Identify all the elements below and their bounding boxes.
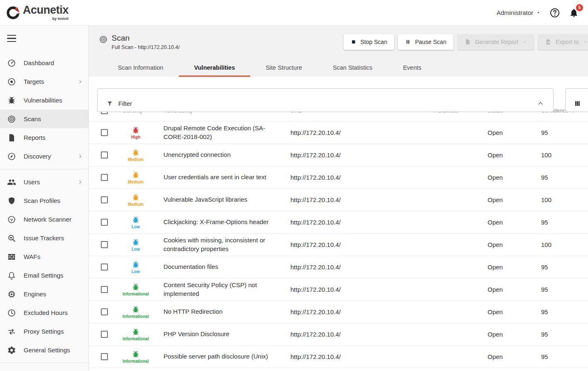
column-settings-button[interactable] <box>565 88 588 112</box>
sidebar-item-network-scanner[interactable]: Network Scanner <box>0 210 88 229</box>
severity-badge: Informational <box>123 283 149 296</box>
vulnerability-url: http://172.20.10.4/ <box>290 241 434 248</box>
vulnerability-url: http://172.20.10.4/ <box>290 286 434 293</box>
tab-vulnerabilities[interactable]: Vulnerabilities <box>179 58 251 77</box>
bug-icon <box>132 261 140 269</box>
vulnerability-name[interactable]: Drupal Remote Code Execution (SA-CORE-20… <box>163 124 290 141</box>
sidebar-item-scan-profiles[interactable]: Scan Profiles <box>0 191 88 210</box>
table-row[interactable]: Informational No HTTP Redirection http:/… <box>89 301 588 323</box>
vulnerability-name[interactable]: User credentials are sent in clear text <box>163 173 290 181</box>
vulnerability-name[interactable]: Possible server path disclosure (Unix) <box>163 352 290 361</box>
sidebar-item-label: Targets <box>24 78 44 85</box>
generate-report-button[interactable]: Generate Report <box>457 34 534 50</box>
table-row[interactable]: Low Documentation files http://172.20.10… <box>89 256 588 278</box>
tab-scan-statistics[interactable]: Scan Statistics <box>317 58 388 77</box>
severity-label: Low <box>132 247 140 251</box>
sidebar-item-targets[interactable]: Targets <box>0 72 88 91</box>
vulnerability-status: Open <box>488 196 541 203</box>
sidebar-item-reports[interactable]: Reports <box>0 128 88 147</box>
user-menu[interactable]: Administrator <box>497 9 541 16</box>
table-row[interactable]: Medium Vulnerable JavaScript libraries h… <box>89 189 588 211</box>
hamburger-menu-icon[interactable] <box>7 35 16 42</box>
vulnerability-status: Open <box>488 331 541 338</box>
severity-label: Informational <box>122 292 149 296</box>
vulnerability-status: Open <box>488 264 541 271</box>
row-checkbox[interactable] <box>101 264 108 271</box>
vulnerability-name[interactable]: Cookies with missing, inconsistent or co… <box>163 236 290 253</box>
sidebar-item-general-settings[interactable]: General Settings <box>0 341 88 359</box>
people-icon <box>7 178 16 187</box>
row-checkbox[interactable] <box>101 151 108 159</box>
sidebar-item-scans[interactable]: Scans <box>0 110 88 128</box>
row-checkbox[interactable] <box>101 286 108 293</box>
row-checkbox[interactable] <box>101 331 108 338</box>
sidebar-item-vulnerabilities[interactable]: Vulnerabilities <box>0 91 88 110</box>
chevron-right-icon <box>78 180 83 185</box>
vulnerability-name[interactable]: Unencrypted connection <box>163 151 290 159</box>
table-row[interactable]: Medium Unencrypted connection http://172… <box>89 144 588 166</box>
severity-label: Informational <box>122 314 149 319</box>
vulnerability-name[interactable]: Vulnerable JavaScript libraries <box>163 195 290 204</box>
sidebar-item-discovery[interactable]: Discovery <box>0 147 88 166</box>
table-row[interactable]: High Drupal Remote Code Execution (SA-CO… <box>89 122 588 144</box>
chevron-up-icon[interactable] <box>537 100 544 107</box>
table-row[interactable]: Informational Content Security Policy (C… <box>89 278 588 301</box>
severity-label: High <box>131 135 140 139</box>
help-icon[interactable] <box>549 7 560 18</box>
vulnerability-name[interactable]: No HTTP Redirection <box>163 308 290 316</box>
sidebar-item-issue-trackers[interactable]: Issue Trackers <box>0 229 88 247</box>
tab-label: Vulnerabilities <box>194 64 235 71</box>
tab-events[interactable]: Events <box>388 58 437 77</box>
sidebar-menu: Dashboard Targets Vulnerabilities Scans … <box>0 54 88 363</box>
row-checkbox[interactable] <box>101 308 108 315</box>
vulnerability-confidence: 95 <box>541 129 588 136</box>
page-title: Scan <box>112 34 180 43</box>
row-checkbox[interactable] <box>101 241 108 248</box>
pause-icon <box>405 39 411 45</box>
row-checkbox[interactable] <box>101 174 108 181</box>
sidebar-item-dashboard[interactable]: Dashboard <box>0 54 88 72</box>
row-checkbox[interactable] <box>101 219 108 226</box>
row-checkbox[interactable] <box>101 129 108 136</box>
stop-scan-button[interactable]: Stop Scan <box>344 34 395 50</box>
sidebar-item-engines[interactable]: Engines <box>0 285 88 303</box>
radar-icon <box>7 115 16 124</box>
scan-subtitle: Full Scan - http://172.20.10.4/ <box>112 44 180 50</box>
notifications-button[interactable]: 5 <box>569 8 579 18</box>
vulnerability-url: http://172.20.10.4/ <box>290 129 434 136</box>
vulnerability-status: Open <box>488 353 541 360</box>
tab-site-structure[interactable]: Site Structure <box>250 58 317 77</box>
export-to-button[interactable]: Export to <box>538 34 588 50</box>
table-row[interactable]: Informational Possible server path discl… <box>89 346 588 368</box>
sidebar-item-label: Scan Profiles <box>24 197 60 204</box>
user-label: Administrator <box>497 9 533 16</box>
sidebar-item-users[interactable]: Users <box>0 173 88 191</box>
vulnerability-name[interactable]: Content Security Policy (CSP) not implem… <box>163 281 290 298</box>
tab-scan-information[interactable]: Scan Information <box>102 58 179 77</box>
vulnerability-status: Open <box>488 308 541 315</box>
table-row[interactable]: Low Cookies with missing, inconsistent o… <box>89 234 588 256</box>
vulnerability-url: http://172.20.10.4/ <box>290 264 434 271</box>
sidebar-item-excluded-hours[interactable]: Excluded Hours <box>0 303 88 322</box>
vulnerability-name[interactable]: Clickjacking: X-Frame-Options header <box>163 218 290 226</box>
sidebar-item-proxy-settings[interactable]: Proxy Settings <box>0 322 88 341</box>
table-row[interactable]: Informational PHP Version Disclosure htt… <box>89 323 588 346</box>
vulnerabilities-table: Severity Vulnerability URL Parameter Sta… <box>89 100 588 368</box>
gauge-icon <box>7 59 16 68</box>
table-row[interactable]: Low Clickjacking: X-Frame-Options header… <box>89 211 588 234</box>
row-checkbox[interactable] <box>101 196 108 203</box>
gear-icon <box>7 346 16 355</box>
filter-panel[interactable]: Filter <box>97 88 554 112</box>
severity-badge: High <box>123 126 149 139</box>
row-checkbox[interactable] <box>101 353 108 360</box>
vulnerability-name[interactable]: Documentation files <box>163 263 290 271</box>
pause-scan-button[interactable]: Pause Scan <box>398 34 454 50</box>
table-row[interactable]: Medium User credentials are sent in clea… <box>89 166 588 189</box>
sidebar-item-label: Users <box>24 178 40 186</box>
sidebar-item-wafs[interactable]: WAFs <box>0 247 88 266</box>
sidebar-item-label: Reports <box>24 134 46 141</box>
vulnerability-name[interactable]: PHP Version Disclosure <box>163 330 290 338</box>
sidebar-item-email-settings[interactable]: Email Settings <box>0 266 88 285</box>
compass-icon <box>7 152 16 161</box>
acunetix-logo[interactable]: Acunetix by Invicti <box>6 5 68 21</box>
